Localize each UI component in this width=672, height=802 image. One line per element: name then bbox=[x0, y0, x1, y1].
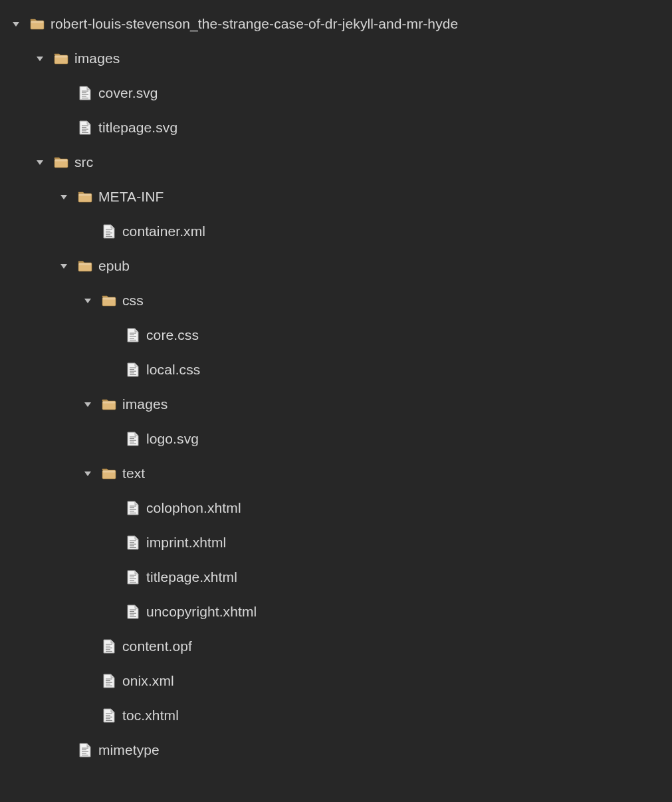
svg-marker-3 bbox=[37, 57, 43, 61]
tree-row-uncopyright-xhtml[interactable]: uncopyright.xhtml bbox=[4, 595, 672, 629]
svg-marker-19 bbox=[60, 195, 67, 200]
tree-row-titlepage-xhtml[interactable]: titlepage.xhtml bbox=[4, 560, 672, 595]
file-label: core.css bbox=[146, 327, 199, 343]
svg-rect-32 bbox=[103, 298, 116, 300]
svg-rect-18 bbox=[55, 160, 68, 162]
file-tree: robert-louis-stevenson_the-strange-case-… bbox=[0, 0, 672, 767]
file-label: container.xml bbox=[122, 223, 205, 239]
file-label: uncopyright.xhtml bbox=[146, 604, 257, 620]
folder-icon bbox=[100, 466, 118, 481]
file-icon bbox=[124, 569, 142, 585]
folder-label: css bbox=[122, 293, 144, 309]
tree-row-imprint-xhtml[interactable]: imprint.xhtml bbox=[4, 525, 672, 560]
svg-rect-29 bbox=[79, 263, 92, 265]
svg-marker-16 bbox=[37, 160, 43, 165]
tree-row-src[interactable]: src bbox=[4, 145, 672, 180]
file-label: logo.svg bbox=[146, 431, 199, 447]
file-icon bbox=[124, 500, 142, 516]
file-label: imprint.xhtml bbox=[146, 535, 226, 551]
disclosure-triangle-icon[interactable] bbox=[28, 158, 52, 167]
folder-icon bbox=[28, 16, 47, 32]
svg-rect-21 bbox=[79, 194, 92, 196]
file-label: onix.xml bbox=[122, 673, 174, 689]
folder-icon bbox=[52, 154, 70, 170]
disclosure-triangle-icon[interactable] bbox=[76, 469, 100, 478]
folder-label: robert-louis-stevenson_the-strange-case-… bbox=[51, 16, 458, 32]
file-icon bbox=[124, 327, 142, 343]
folder-label: images bbox=[74, 51, 120, 67]
folder-label: images bbox=[122, 396, 168, 412]
tree-row-container-xml[interactable]: container.xml bbox=[4, 214, 672, 249]
file-icon bbox=[100, 708, 118, 724]
tree-row-content-opf[interactable]: content.opf bbox=[4, 629, 672, 664]
folder-icon bbox=[76, 189, 94, 205]
tree-row-core-css[interactable]: core.css bbox=[4, 318, 672, 352]
svg-rect-53 bbox=[103, 471, 116, 473]
svg-rect-5 bbox=[55, 56, 68, 58]
folder-icon bbox=[52, 51, 70, 67]
svg-marker-30 bbox=[84, 299, 91, 303]
file-icon bbox=[124, 535, 142, 551]
file-label: toc.xhtml bbox=[122, 708, 179, 724]
file-icon bbox=[124, 604, 142, 620]
disclosure-triangle-icon[interactable] bbox=[4, 19, 28, 29]
file-label: content.opf bbox=[122, 638, 192, 654]
file-icon bbox=[124, 431, 142, 447]
file-label: colophon.xhtml bbox=[146, 500, 241, 516]
file-icon bbox=[76, 742, 94, 758]
tree-row-images[interactable]: images bbox=[4, 387, 672, 422]
folder-label: src bbox=[74, 154, 93, 170]
folder-label: epub bbox=[98, 258, 130, 274]
folder-icon bbox=[100, 396, 118, 412]
file-icon bbox=[100, 638, 118, 654]
file-icon bbox=[100, 223, 118, 239]
disclosure-triangle-icon[interactable] bbox=[52, 261, 76, 271]
disclosure-triangle-icon[interactable] bbox=[76, 400, 100, 409]
tree-row-local-css[interactable]: local.css bbox=[4, 352, 672, 387]
file-icon bbox=[100, 673, 118, 689]
file-label: titlepage.xhtml bbox=[146, 569, 237, 585]
tree-row-mimetype[interactable]: mimetype bbox=[4, 733, 672, 767]
tree-row-toc-xhtml[interactable]: toc.xhtml bbox=[4, 698, 672, 733]
tree-row-logo-svg[interactable]: logo.svg bbox=[4, 422, 672, 456]
tree-row-images[interactable]: images bbox=[4, 41, 672, 76]
tree-row-text[interactable]: text bbox=[4, 456, 672, 491]
file-icon bbox=[76, 120, 94, 136]
svg-rect-2 bbox=[31, 21, 44, 23]
svg-marker-43 bbox=[84, 402, 91, 407]
disclosure-triangle-icon[interactable] bbox=[52, 192, 76, 201]
tree-row-robert-louis-stevenson-the-strange-case-of-dr-jekyll-and-mr-hyde[interactable]: robert-louis-stevenson_the-strange-case-… bbox=[4, 7, 672, 41]
folder-label: text bbox=[122, 466, 145, 481]
svg-marker-27 bbox=[60, 264, 67, 269]
svg-marker-51 bbox=[84, 471, 91, 476]
tree-row-onix-xml[interactable]: onix.xml bbox=[4, 664, 672, 698]
svg-rect-45 bbox=[103, 402, 116, 404]
tree-row-css[interactable]: css bbox=[4, 283, 672, 318]
file-label: titlepage.svg bbox=[98, 120, 177, 136]
tree-row-epub[interactable]: epub bbox=[4, 249, 672, 283]
file-label: cover.svg bbox=[98, 85, 158, 101]
tree-row-titlepage-svg[interactable]: titlepage.svg bbox=[4, 110, 672, 145]
disclosure-triangle-icon[interactable] bbox=[76, 296, 100, 305]
folder-icon bbox=[76, 258, 94, 274]
tree-row-cover-svg[interactable]: cover.svg bbox=[4, 76, 672, 110]
file-icon bbox=[76, 85, 94, 101]
file-label: local.css bbox=[146, 362, 200, 378]
file-label: mimetype bbox=[98, 742, 160, 758]
disclosure-triangle-icon[interactable] bbox=[28, 54, 52, 63]
folder-label: META-INF bbox=[98, 189, 164, 205]
folder-icon bbox=[100, 293, 118, 309]
file-icon bbox=[124, 362, 142, 378]
tree-row-colophon-xhtml[interactable]: colophon.xhtml bbox=[4, 491, 672, 525]
svg-marker-0 bbox=[13, 22, 19, 27]
tree-row-meta-inf[interactable]: META-INF bbox=[4, 180, 672, 214]
